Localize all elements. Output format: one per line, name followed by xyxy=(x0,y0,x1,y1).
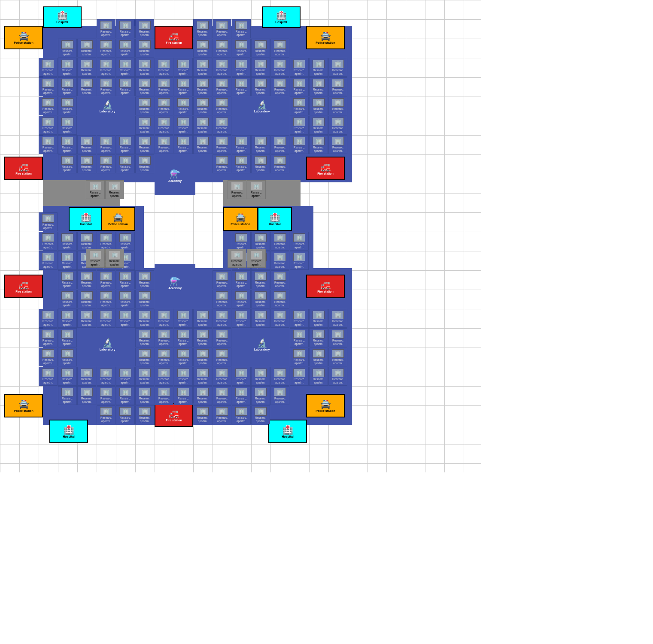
apartment-icon: 🏢 xyxy=(197,98,209,107)
apartment-label: Researc. apartm. xyxy=(136,146,154,152)
apartment-icon: 🏢 xyxy=(235,291,247,300)
apartment-label: Researc. apartm. xyxy=(329,358,347,364)
apartment-label: Researc. apartm. xyxy=(213,146,231,152)
research-apartment-road: 🏢Researc. apartm. xyxy=(228,180,246,199)
apartment-icon: 🏢 xyxy=(61,137,73,145)
apartment-label: Researc. apartm. xyxy=(252,242,270,248)
apartment-icon: 🏢 xyxy=(42,118,54,126)
apartment-icon: 🏢 xyxy=(216,156,228,165)
research-apartment: 🏢Researc. apartm. xyxy=(251,367,270,386)
apartment-label: Researc. apartm. xyxy=(58,127,76,133)
research-apartment: 🏢Researc. apartm. xyxy=(39,328,58,347)
apartment-label: Researc. apartm. xyxy=(58,378,76,384)
apartment-icon: 🏢 xyxy=(274,311,286,319)
research-apartment: 🏢Researc. apartm. xyxy=(193,309,212,328)
apartment-label: Researc. apartm. xyxy=(213,30,231,36)
apartment-icon: 🏢 xyxy=(139,330,151,339)
research-apartment: 🏢Researc. apartm. xyxy=(290,116,309,135)
apartment-icon: 🏢 xyxy=(158,118,170,126)
research-apartment: 🏢Researc. apartm. xyxy=(135,328,154,347)
apartment-icon: 🏢 xyxy=(139,388,151,396)
apartment-icon: 🏢 xyxy=(332,60,344,68)
apartment-icon: 🏢 xyxy=(274,79,286,88)
apartment-label: Researc. apartm. xyxy=(174,320,192,326)
apartment-label: Researc. apartm. xyxy=(78,281,96,287)
apartment-label: Researc. apartm. xyxy=(136,69,154,75)
research-apartment: 🏢Researc. apartm. xyxy=(309,367,328,386)
apartment-icon: 🏢 xyxy=(197,137,209,145)
research-apartment: 🏢Researc. apartm. xyxy=(290,328,309,347)
research-apartment: 🏢Researc. apartm. xyxy=(290,232,309,251)
apartment-label: Researc. apartm. xyxy=(136,127,154,133)
apartment-label: Researc. apartm. xyxy=(194,416,212,422)
apartment-label: Researc. apartm. xyxy=(290,339,308,345)
apartment-icon: 🏢 xyxy=(197,118,209,126)
apartment-icon: 🏢 xyxy=(139,156,151,165)
apartment-label: Researc. apartm. xyxy=(174,339,192,345)
apartment-icon: 🏢 xyxy=(61,388,73,396)
apartment-label: Researc. apartm. xyxy=(213,358,231,364)
research-apartment: 🏢Researc. apartm. xyxy=(155,116,173,135)
apartment-label: Researc. apartm. xyxy=(39,358,57,364)
apartment-label: Researc. apartm. xyxy=(58,300,76,306)
research-apartment: 🏢Researc. apartm. xyxy=(193,97,212,115)
apartment-label: Researc. apartm. xyxy=(97,320,115,326)
research-apartment: 🏢Researc. apartm. xyxy=(135,77,154,96)
apartment-label: Researc. apartm. xyxy=(58,146,76,152)
apartment-icon: 🏢 xyxy=(119,21,131,30)
apartment-label: Researc. apartm. xyxy=(213,281,231,287)
research-apartment: 🏢Researc. apartm. xyxy=(39,367,58,386)
research-apartment: 🏢Researc. apartm. xyxy=(213,97,231,115)
apartment-icon: 🏢 xyxy=(42,233,54,242)
apartment-icon: 🏢 xyxy=(332,137,344,145)
research-apartment: 🏢Researc. apartm. xyxy=(39,58,58,77)
research-apartment: 🏢Researc. apartm. xyxy=(309,97,328,115)
research-apartment: 🏢Researc. apartm. xyxy=(116,386,135,405)
research-apartment: 🏢Researc. apartm. xyxy=(270,270,289,289)
apartment-icon: 🏢 xyxy=(235,407,247,416)
apartment-icon: 🏢 xyxy=(100,369,112,377)
research-apartment: 🏢Researc. apartm. xyxy=(232,154,251,173)
apartment-icon: 🏢 xyxy=(216,330,228,339)
apartment-label: Researc. apartm. xyxy=(194,30,212,36)
apartment-icon: 🏢 xyxy=(139,98,151,107)
apartment-label: Researc. apartm. xyxy=(271,262,289,268)
research-apartment: 🏢Researc. apartm. xyxy=(135,97,154,115)
research-apartment: 🏢Researc. apartm. xyxy=(174,58,193,77)
apartment-label: Researc. apartm. xyxy=(58,262,76,268)
apartment-icon: 🏢 xyxy=(177,60,189,68)
apartment-icon: 🏢 xyxy=(332,98,344,107)
research-apartment: 🏢Researc. apartm. xyxy=(97,77,115,96)
apartment-icon: 🏢 xyxy=(216,137,228,145)
research-apartment: 🏢Researc. apartm. xyxy=(290,58,309,77)
apartment-icon: 🏢 xyxy=(255,407,267,416)
research-apartment: 🏢Researc. apartm. xyxy=(97,58,115,77)
apartment-label: Researc. apartm. xyxy=(78,69,96,75)
apartment-icon: 🏢 xyxy=(177,311,189,319)
research-apartment: 🏢Researc. apartm. xyxy=(270,154,289,173)
research-apartment: 🏢Researc. apartm. xyxy=(135,309,154,328)
research-apartment: 🏢Researc. apartm. xyxy=(270,309,289,328)
apartment-label: Researc. apartm. xyxy=(78,88,96,94)
apartment-icon: 🏢 xyxy=(216,79,228,88)
apartment-label: Researc. apartm. xyxy=(252,88,270,94)
apartment-label: Researc. apartm. xyxy=(58,69,76,75)
research-apartment: 🏢Researc. apartm. xyxy=(97,290,115,308)
lab-top-left: 🔬 Laboratory xyxy=(88,94,127,118)
apartment-icon: 🏢 xyxy=(42,60,54,68)
apartment-icon: 🏢 xyxy=(61,311,73,319)
research-apartment: 🏢Researc. apartm. xyxy=(116,367,135,386)
research-apartment: 🏢Researc. apartm. xyxy=(328,328,347,347)
research-apartment: 🏢Researc. apartm. xyxy=(251,154,270,173)
apartment-icon: 🏢 xyxy=(109,251,121,259)
research-apartment: 🏢Researc. apartm. xyxy=(97,154,115,173)
fire-label-6: Fire station xyxy=(166,419,182,422)
apartment-label: Researc. apartm. xyxy=(194,378,212,384)
apartment-label: Researc. apartm. xyxy=(78,320,96,326)
research-apartment: 🏢Researc. apartm. xyxy=(270,77,289,96)
research-apartment: 🏢Researc. apartm. xyxy=(97,386,115,405)
research-apartment: 🏢Researc. apartm. xyxy=(116,77,135,96)
apartment-icon: 🏢 xyxy=(274,388,286,396)
apartment-label: Researc. apartm. xyxy=(116,397,134,403)
apartment-icon: 🏢 xyxy=(293,118,305,126)
